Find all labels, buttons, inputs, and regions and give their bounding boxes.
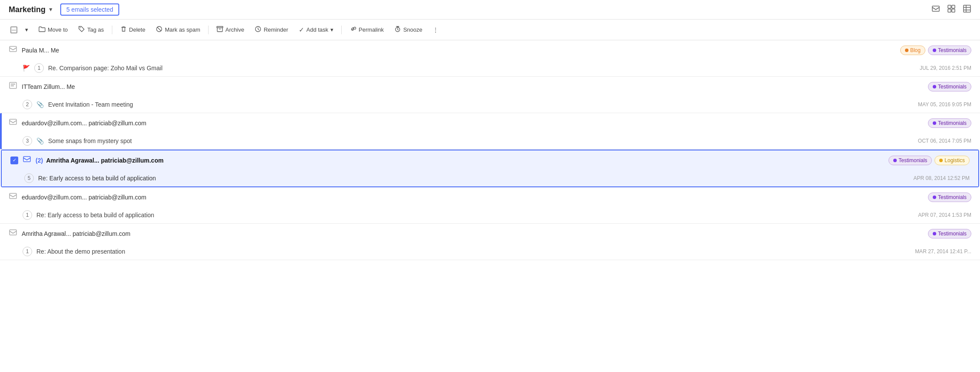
tag-color-dot	[933, 232, 936, 235]
add-task-button[interactable]: ✓ Add task ▾	[294, 23, 338, 36]
sender-name: eduardov@zillum.com... patriciab@zillum.…	[22, 120, 924, 127]
svg-rect-20	[23, 157, 30, 162]
svg-rect-3	[948, 9, 951, 12]
tag-blog[interactable]: Blog	[900, 46, 925, 55]
tag-list: Blog Testimonials	[900, 46, 971, 55]
avatar-icon	[9, 81, 17, 92]
tag-color-dot	[939, 159, 943, 162]
mark-spam-button[interactable]: Mark as spam	[151, 23, 205, 36]
email-row[interactable]: 🚩 1 Re. Comparison page: Zoho Mail vs Gm…	[0, 60, 980, 76]
email-thread-header[interactable]: ITTeam Zillum... Me Testimonials	[0, 77, 980, 96]
spam-icon	[156, 26, 163, 34]
email-subject: Re: Early access to beta build of applic…	[36, 212, 914, 219]
email-row[interactable]: 5 Re: Early access to beta build of appl…	[2, 170, 978, 186]
link-icon	[350, 26, 356, 34]
grid-view-icon[interactable]	[947, 4, 956, 15]
tag-testimonials[interactable]: Testimonials	[928, 46, 971, 55]
folder-title[interactable]: Marketing ▼	[9, 5, 53, 14]
sender-name: ITTeam Zillum... Me	[22, 83, 924, 90]
avatar-icon	[9, 117, 17, 128]
thread-number: 1	[23, 210, 32, 220]
tag-as-button[interactable]: Tag as	[74, 23, 108, 36]
sender-name: eduardov@zillum.com... patriciab@zillum.…	[22, 194, 924, 201]
snooze-button[interactable]: Snooze	[390, 23, 427, 36]
email-thread-header[interactable]: ✓ (2) Amritha Agrawal... patriciab@zillu…	[2, 150, 978, 170]
svg-rect-4	[952, 9, 955, 12]
svg-rect-17	[11, 84, 15, 85]
svg-rect-2	[952, 5, 955, 8]
chevron-dropdown[interactable]: ▾	[21, 24, 33, 36]
move-to-label: Move to	[48, 26, 68, 33]
svg-rect-19	[10, 119, 16, 124]
email-row[interactable]: 1 Re: Early access to beta build of appl…	[0, 207, 980, 223]
email-thread: ITTeam Zillum... Me Testimonials 2 📎 Eve…	[0, 77, 980, 113]
email-view-icon[interactable]	[931, 4, 940, 15]
thread-number: 1	[34, 63, 44, 73]
archive-button[interactable]: Archive	[212, 23, 248, 36]
email-list: Paula M... Me Blog Testimonials 🚩 1 Re. …	[0, 40, 980, 260]
tag-list: Testimonials Logistics	[889, 156, 970, 165]
table-view-icon[interactable]	[963, 4, 971, 15]
archive-icon	[216, 26, 223, 34]
email-thread-header[interactable]: eduardov@zillum.com... patriciab@zillum.…	[0, 113, 980, 133]
email-date: MAR 27, 2014 12:41 P...	[915, 248, 971, 255]
email-thread-header[interactable]: eduardov@zillum.com... patriciab@zillum.…	[0, 187, 980, 207]
more-icon: ⋮	[433, 26, 438, 33]
email-date: APR 07, 2014 1:53 PM	[918, 212, 971, 218]
email-thread: Amritha Agrawal... patriciab@zillum.com …	[0, 224, 980, 260]
tag-testimonials[interactable]: Testimonials	[889, 156, 932, 165]
email-subject: Re. Comparison page: Zoho Mail vs Gmail	[48, 65, 915, 72]
svg-rect-5	[964, 5, 970, 12]
select-all-checkbox[interactable]: —	[9, 25, 19, 35]
tag-color-dot	[933, 196, 936, 199]
sender-name: Paula M... Me	[22, 47, 896, 54]
trash-icon	[120, 26, 127, 34]
email-thread-header[interactable]: Paula M... Me Blog Testimonials	[0, 40, 980, 60]
tag-testimonials[interactable]: Testimonials	[928, 193, 971, 202]
thread-number: 1	[23, 247, 32, 256]
email-row[interactable]: 2 📎 Event Invitation - Team meeting MAY …	[0, 96, 980, 113]
svg-rect-15	[10, 46, 16, 52]
move-to-button[interactable]: Move to	[34, 23, 72, 36]
tag-list: Testimonials	[928, 193, 971, 202]
tag-testimonials[interactable]: Testimonials	[928, 118, 971, 128]
tag-logistics[interactable]: Logistics	[934, 156, 970, 165]
toolbar: — ▾ Move to Tag as Delete	[0, 20, 980, 40]
sender-name: (2) Amritha Agrawal... patriciab@zillum.…	[36, 157, 884, 164]
thread-number: 2	[23, 100, 32, 109]
email-thread: Paula M... Me Blog Testimonials 🚩 1 Re. …	[0, 40, 980, 77]
svg-rect-12	[217, 26, 223, 28]
email-subject: Re: Early access to beta build of applic…	[38, 175, 909, 182]
tag-as-label: Tag as	[87, 26, 104, 33]
tag-testimonials[interactable]: Testimonials	[928, 229, 971, 238]
email-thread-header[interactable]: Amritha Agrawal... patriciab@zillum.com …	[0, 224, 980, 243]
snooze-icon	[394, 26, 401, 34]
email-thread: eduardov@zillum.com... patriciab@zillum.…	[0, 187, 980, 224]
email-row[interactable]: 1 Re: About the demo presentation MAR 27…	[0, 243, 980, 260]
email-date: APR 08, 2014 12:52 PM	[914, 175, 970, 181]
add-task-chevron: ▾	[330, 26, 333, 33]
tag-color-dot	[933, 121, 936, 125]
header-right	[931, 4, 971, 15]
header: Marketing ▼ 5 emails selected	[0, 0, 980, 20]
email-subject: Re: About the demo presentation	[36, 248, 911, 255]
email-subject: Some snaps from mystery spot	[48, 137, 914, 144]
tag-testimonials[interactable]: Testimonials	[928, 82, 971, 91]
delete-button[interactable]: Delete	[116, 23, 150, 36]
clock-icon	[255, 26, 261, 34]
attachment-icon: 📎	[36, 137, 44, 144]
reminder-button[interactable]: Reminder	[250, 23, 292, 36]
svg-line-11	[157, 27, 161, 31]
selected-checkbox[interactable]: ✓	[10, 157, 18, 164]
toolbar-divider-2	[208, 26, 209, 34]
email-date: OCT 06, 2014 7:05 PM	[918, 138, 971, 144]
add-task-label: Add task	[307, 26, 329, 33]
email-icon	[23, 155, 31, 166]
email-thread: eduardov@zillum.com... patriciab@zillum.…	[0, 113, 980, 150]
email-row[interactable]: 3 📎 Some snaps from mystery spot OCT 06,…	[0, 133, 980, 149]
svg-point-9	[80, 27, 81, 28]
avatar-icon	[9, 192, 17, 202]
more-options-button[interactable]: ⋮	[428, 24, 443, 36]
tag-list: Testimonials	[928, 229, 971, 238]
permalink-button[interactable]: Permalink	[345, 23, 388, 36]
